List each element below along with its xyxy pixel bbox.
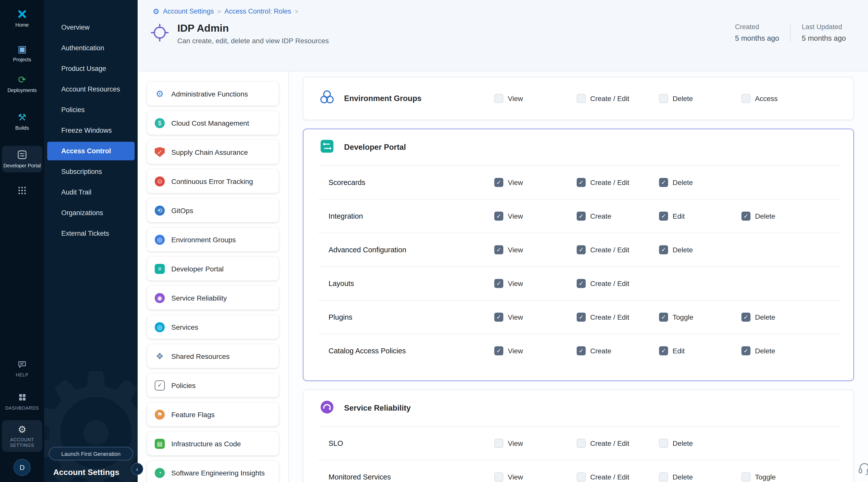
permission-create-edit[interactable]: Create / Edit — [577, 312, 659, 322]
checkbox-icon[interactable] — [494, 279, 503, 288]
checkbox-icon[interactable] — [577, 439, 586, 448]
checkbox-icon[interactable] — [577, 346, 586, 355]
checkbox-icon[interactable] — [741, 94, 750, 103]
permission-view[interactable]: View — [494, 279, 577, 288]
checkbox-icon[interactable] — [494, 439, 503, 448]
sidebar-item-external-tickets[interactable]: External Tickets — [47, 224, 135, 243]
resource-item-gitops[interactable]: ⟲ GitOps — [147, 199, 279, 222]
checkbox-icon[interactable] — [494, 94, 503, 103]
permission-create-edit[interactable]: Create / Edit — [577, 245, 659, 254]
checkbox-icon[interactable] — [659, 245, 668, 254]
checkbox-icon[interactable] — [659, 439, 668, 448]
sidebar-item-subscriptions[interactable]: Subscriptions — [47, 162, 135, 181]
resource-item-continuous-error-tracking[interactable]: ⊙ Continuous Error Tracking — [147, 170, 279, 193]
permission-edit[interactable]: Edit — [659, 346, 741, 355]
checkbox-icon[interactable] — [577, 279, 586, 288]
checkbox-icon[interactable] — [659, 346, 668, 355]
resource-item-service-reliability[interactable]: ◉ Service Reliability — [147, 286, 279, 310]
permission-view[interactable]: View — [494, 473, 577, 482]
resource-item-software-engineering-insights[interactable]: ◔ Software Engineering Insights — [147, 461, 279, 482]
breadcrumb-link-access-control-roles[interactable]: Access Control: Roles — [224, 7, 291, 15]
permission-view[interactable]: View — [494, 312, 577, 322]
sidebar-item-access-control[interactable]: Access Control — [47, 142, 135, 160]
breadcrumb-link-account-settings[interactable]: Account Settings — [163, 7, 214, 15]
permission-access[interactable]: Access — [741, 94, 824, 103]
rail-item-help[interactable]: HELP — [2, 355, 42, 382]
sidebar-item-audit-trail[interactable]: Audit Trail — [47, 183, 135, 202]
rail-item-account-settings[interactable]: ⚙ ACCOUNT SETTINGS — [2, 420, 42, 452]
checkbox-icon[interactable] — [577, 94, 586, 103]
checkbox-icon[interactable] — [577, 212, 586, 221]
permission-create[interactable]: Create — [577, 212, 659, 221]
rail-item-home[interactable]: Home — [2, 5, 42, 32]
module-picker-button[interactable] — [2, 181, 42, 200]
resource-item-cloud-cost-management[interactable]: $ Cloud Cost Management — [147, 111, 279, 135]
checkbox-icon[interactable] — [577, 312, 586, 322]
checkbox-icon[interactable] — [659, 473, 668, 482]
resource-item-feature-flags[interactable]: ⚑ Feature Flags — [147, 402, 279, 426]
resource-item-developer-portal[interactable]: ≡ Developer Portal — [147, 257, 279, 280]
permission-edit[interactable]: Edit — [659, 212, 741, 221]
permission-delete[interactable]: Delete — [659, 94, 741, 103]
permission-create[interactable]: Create — [577, 346, 659, 355]
permission-view[interactable]: View — [494, 212, 577, 221]
rail-item-projects[interactable]: ▣ Projects — [2, 40, 42, 66]
permission-view[interactable]: View — [494, 346, 577, 355]
permission-create-edit[interactable]: Create / Edit — [577, 439, 659, 448]
user-avatar[interactable]: D — [13, 459, 31, 476]
checkbox-icon[interactable] — [741, 473, 750, 482]
permission-view[interactable]: View — [494, 178, 577, 187]
checkbox-icon[interactable] — [659, 312, 668, 322]
launch-first-generation-button[interactable]: Launch First Generation — [49, 447, 133, 460]
checkbox-icon[interactable] — [659, 178, 668, 187]
sidebar-item-overview[interactable]: Overview — [47, 18, 135, 37]
sidebar-item-organizations[interactable]: Organizations — [47, 204, 135, 222]
permission-delete[interactable]: Delete — [659, 178, 741, 187]
checkbox-icon[interactable] — [494, 212, 503, 221]
rail-item-developer-portal[interactable]: Developer Portal — [2, 146, 42, 172]
checkbox-icon[interactable] — [577, 178, 586, 187]
sidebar-item-freeze-windows[interactable]: Freeze Windows — [47, 121, 135, 140]
permission-create-edit[interactable]: Create / Edit — [577, 279, 659, 288]
permission-delete[interactable]: Delete — [659, 439, 741, 448]
resource-item-shared-resources[interactable]: ❖ Shared Resources — [147, 344, 279, 368]
sidebar-item-authentication[interactable]: Authentication — [47, 39, 135, 57]
resource-item-supply-chain-assurance[interactable]: ✓ Supply Chain Assurance — [147, 140, 279, 164]
permission-delete[interactable]: Delete — [659, 473, 741, 482]
resource-item-policies[interactable]: ✓ Policies — [147, 373, 279, 397]
checkbox-icon[interactable] — [494, 312, 503, 322]
checkbox-icon[interactable] — [494, 346, 503, 355]
checkbox-icon[interactable] — [494, 473, 503, 482]
permission-view[interactable]: View — [494, 439, 577, 448]
permission-delete[interactable]: Delete — [741, 212, 824, 221]
checkbox-icon[interactable] — [659, 212, 668, 221]
checkbox-icon[interactable] — [741, 312, 750, 322]
checkbox-icon[interactable] — [659, 94, 668, 103]
sidebar-item-policies[interactable]: Policies — [47, 100, 135, 119]
sidebar-collapse-button[interactable]: ‹ — [131, 463, 143, 475]
resource-item-services[interactable]: ◎ Services — [147, 315, 279, 339]
resource-item-administrative-functions[interactable]: ⚙ Administrative Functions — [147, 82, 279, 106]
permission-create-edit[interactable]: Create / Edit — [577, 473, 659, 482]
support-button[interactable] — [856, 460, 868, 478]
permission-delete[interactable]: Delete — [741, 312, 824, 322]
checkbox-icon[interactable] — [577, 473, 586, 482]
sidebar-item-account-resources[interactable]: Account Resources — [47, 80, 135, 98]
permission-create-edit[interactable]: Create / Edit — [577, 94, 659, 103]
permission-toggle[interactable]: Toggle — [659, 312, 741, 322]
rail-item-deployments[interactable]: ⟳ Deployments — [2, 70, 42, 97]
resource-item-environment-groups[interactable]: ◎ Environment Groups — [147, 228, 279, 251]
rail-item-dashboards[interactable]: DASHBOARDS — [2, 388, 42, 414]
permission-delete[interactable]: Delete — [659, 245, 741, 254]
resource-item-infrastructure-as-code[interactable]: ▤ Infrastructure as Code — [147, 432, 279, 455]
checkbox-icon[interactable] — [577, 245, 586, 254]
checkbox-icon[interactable] — [741, 346, 750, 355]
permission-create-edit[interactable]: Create / Edit — [577, 178, 659, 187]
permission-view[interactable]: View — [494, 245, 577, 254]
checkbox-icon[interactable] — [494, 178, 503, 187]
permission-toggle[interactable]: Toggle — [741, 473, 824, 482]
sidebar-item-product-usage[interactable]: Product Usage — [47, 59, 135, 78]
permission-delete[interactable]: Delete — [741, 346, 824, 355]
permission-view[interactable]: View — [494, 94, 577, 103]
rail-item-builds[interactable]: ⚒ Builds — [2, 108, 42, 135]
